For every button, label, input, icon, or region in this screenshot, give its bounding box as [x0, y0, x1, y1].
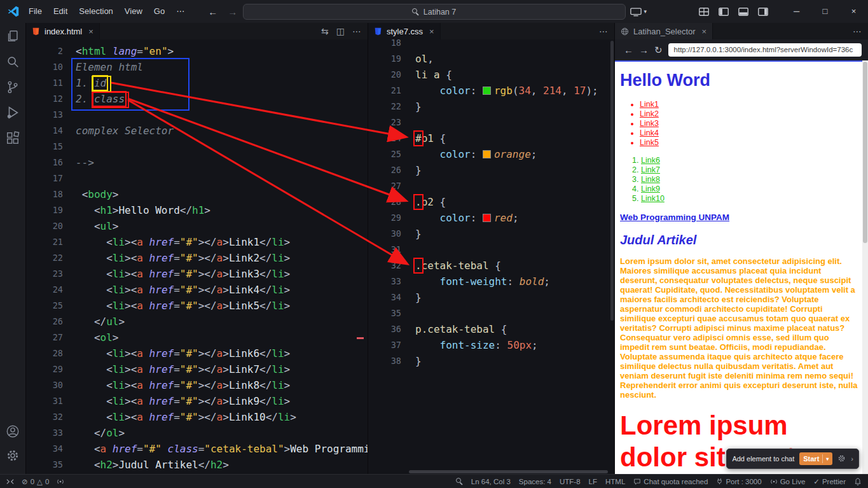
- browser-forward-icon[interactable]: →: [639, 45, 649, 55]
- menu-item-edit[interactable]: Edit: [48, 0, 73, 23]
- ports-forward-icon[interactable]: [57, 478, 64, 485]
- code-line: 10Elemen html: [26, 59, 368, 75]
- maximize-button[interactable]: □: [811, 0, 839, 23]
- line-number: 30: [26, 377, 73, 393]
- color-swatch: [483, 150, 491, 158]
- bold-page-link[interactable]: Web Programming UNPAM: [620, 213, 729, 222]
- extensions-icon[interactable]: [6, 131, 20, 148]
- code-editor-html[interactable]: 2<html lang="en">10Elemen html111. id122…: [26, 39, 368, 474]
- page-link[interactable]: Link6: [641, 156, 660, 165]
- command-center-search[interactable]: Latihan 7: [243, 4, 626, 20]
- page-link[interactable]: Link10: [641, 194, 665, 203]
- customize-layout-icon[interactable]: [699, 8, 709, 16]
- settings-gear-icon[interactable]: [6, 449, 20, 465]
- line-number: 29: [368, 210, 406, 226]
- menu-item-⋯[interactable]: ⋯: [170, 0, 190, 23]
- vertical-scrollbar[interactable]: [610, 41, 614, 321]
- more-actions-icon[interactable]: ⋯: [853, 26, 862, 36]
- gear-icon[interactable]: [837, 454, 846, 464]
- line-number: 20: [368, 67, 406, 83]
- run-debug-icon[interactable]: [6, 106, 20, 122]
- explorer-icon[interactable]: [6, 29, 20, 46]
- open-changes-icon[interactable]: ⇆: [321, 26, 329, 36]
- indentation[interactable]: Spaces: 4: [519, 478, 551, 485]
- formatter-status[interactable]: ✓ Prettier: [813, 477, 846, 486]
- tab-close-icon[interactable]: ×: [88, 27, 93, 36]
- language-mode[interactable]: HTML: [605, 478, 625, 485]
- code-editor-css[interactable]: 1819ol,20li a {21 color: rgb(34, 214, 17…: [368, 35, 614, 474]
- tab-latihan-selector[interactable]: Latihan_Selector ×: [615, 23, 713, 39]
- page-link[interactable]: Link9: [641, 185, 660, 193]
- code-line: 35 <h2>Judul Artikel</h2>: [26, 457, 368, 473]
- start-button[interactable]: Start ▾: [799, 452, 832, 465]
- page-link[interactable]: Link1: [640, 100, 659, 109]
- tab-bar-css: style7.css × ⋯: [368, 23, 614, 39]
- screencast-icon[interactable]: ▾: [630, 7, 647, 17]
- eol-sequence[interactable]: LF: [589, 478, 597, 485]
- line-number: 31: [26, 393, 73, 409]
- page-link[interactable]: Link2: [640, 109, 659, 118]
- account-icon[interactable]: [6, 424, 20, 441]
- search-view-icon[interactable]: [6, 55, 20, 71]
- split-editor-icon[interactable]: ◫: [336, 26, 345, 36]
- chevron-right-icon[interactable]: ›: [851, 455, 853, 463]
- problems-indicator[interactable]: ⊘0 △0: [22, 477, 49, 486]
- close-button[interactable]: ×: [839, 0, 868, 23]
- forward-arrow-icon[interactable]: →: [228, 6, 237, 17]
- line-number: 21: [368, 83, 406, 99]
- page-scrollbar-thumb[interactable]: [863, 62, 867, 243]
- notifications-bell-icon[interactable]: [854, 478, 862, 485]
- cursor-position[interactable]: Ln 64, Col 3: [471, 478, 511, 485]
- menu-item-go[interactable]: Go: [148, 0, 170, 23]
- page-link[interactable]: Link5: [640, 138, 659, 147]
- page-link[interactable]: Link7: [641, 165, 660, 174]
- toggle-sidebar-icon[interactable]: [719, 8, 729, 16]
- line-number: 25: [368, 146, 406, 162]
- zoom-icon[interactable]: [456, 478, 463, 485]
- page-scrollbar[interactable]: [862, 60, 868, 474]
- code-line: 36p.cetak-tebal {: [368, 321, 614, 337]
- tab-index-html[interactable]: index.html ×: [26, 23, 100, 39]
- line-number: 12: [26, 91, 73, 107]
- broadcast-icon: [770, 478, 778, 485]
- browser-nav-bar: ← → ↻ http://127.0.0.1:3000/index.html?s…: [615, 39, 868, 60]
- browser-back-icon[interactable]: ←: [624, 45, 633, 55]
- port-status[interactable]: Port : 3000: [716, 478, 761, 485]
- minimize-button[interactable]: ─: [782, 0, 811, 23]
- editor-group-css: style7.css × ⋯ 1819ol,20li a {21 color: …: [368, 23, 614, 474]
- menu-item-selection[interactable]: Selection: [73, 0, 118, 23]
- rendered-page: Hello Word Link1Link2Link3Link4Link5 Lin…: [615, 60, 868, 474]
- line-number: 35: [368, 305, 406, 321]
- tab-bar-browser: Latihan_Selector × ⋯: [615, 23, 868, 39]
- chat-quota-status[interactable]: Chat quota reached: [633, 478, 708, 485]
- menu-item-file[interactable]: File: [23, 0, 48, 23]
- menu-item-view[interactable]: View: [119, 0, 148, 23]
- encoding[interactable]: UTF-8: [560, 478, 581, 485]
- line-number: 28: [26, 345, 73, 361]
- line-number: 31: [368, 242, 406, 258]
- source-control-icon[interactable]: [6, 80, 20, 97]
- code-line: 26 </ul>: [26, 314, 368, 330]
- code-line: 32.cetak-tebal {: [368, 258, 614, 274]
- browser-reload-icon[interactable]: ↻: [654, 45, 663, 56]
- url-bar[interactable]: http://127.0.0.1:3000/index.html?serverW…: [668, 43, 862, 57]
- toggle-panel-icon[interactable]: [738, 8, 748, 16]
- more-actions-icon[interactable]: ⋯: [352, 26, 361, 36]
- go-live-button[interactable]: Go Live: [770, 478, 806, 485]
- tab-close-icon[interactable]: ×: [429, 27, 434, 36]
- page-link[interactable]: Link4: [640, 129, 659, 137]
- code-line: 24 <li><a href="#"></a>Link4</li>: [26, 282, 368, 298]
- tab-close-icon[interactable]: ×: [702, 27, 707, 36]
- tab-style7-css[interactable]: style7.css ×: [368, 23, 441, 39]
- more-actions-icon[interactable]: ⋯: [599, 26, 608, 36]
- code-line: 30}: [368, 226, 614, 242]
- page-link[interactable]: Link8: [641, 175, 660, 184]
- toggle-secondary-sidebar-icon[interactable]: [758, 8, 768, 16]
- line-number: 20: [26, 218, 73, 234]
- horizontal-scrollbar[interactable]: [409, 470, 608, 473]
- page-link[interactable]: Link3: [640, 119, 659, 128]
- back-arrow-icon[interactable]: ←: [208, 6, 217, 17]
- article-heading: Judul Artikel: [620, 233, 859, 247]
- remote-icon[interactable]: [6, 478, 14, 485]
- line-number: 2: [26, 43, 73, 59]
